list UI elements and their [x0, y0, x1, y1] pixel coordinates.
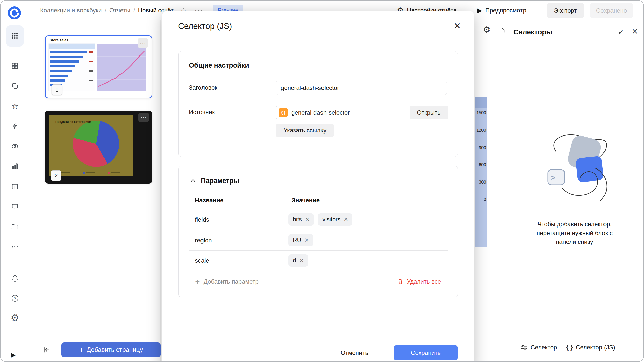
plus-icon: +	[195, 278, 200, 286]
play-icon: ▶	[477, 7, 482, 14]
axis-tick: 300	[475, 180, 486, 185]
source-field[interactable]: { } general-dash-selector	[276, 106, 405, 119]
chip-remove-icon[interactable]: ×	[305, 237, 309, 244]
param-chips: RU ×	[288, 234, 313, 246]
page-thumbnail-2[interactable]: ⋯ Продажи по категориям 2	[45, 111, 152, 184]
plus-icon: +	[79, 346, 84, 354]
add-page-button[interactable]: + Добавить страницу	[61, 342, 161, 357]
params-section: Параметры Название Значение fields hits …	[178, 166, 458, 297]
title-label: Заголовок	[189, 84, 217, 91]
settings-icon[interactable]: ⚙	[8, 311, 22, 325]
background-chart-column: 1500 1200 900 600 300 0	[475, 97, 487, 247]
chip-label: RU	[293, 237, 301, 244]
column-header-value: Значение	[292, 197, 320, 204]
save-button[interactable]: Сохранить	[394, 345, 458, 360]
export-button[interactable]: Экспорт	[547, 3, 584, 18]
chip-remove-icon[interactable]: ×	[300, 257, 304, 264]
braces-icon: { }	[566, 344, 573, 351]
block-label: Селектор	[531, 344, 557, 351]
close-icon[interactable]: ×	[454, 20, 461, 31]
delete-all-label: Удалить все	[407, 278, 441, 285]
panel-title: Селекторы	[513, 28, 552, 36]
apps-grid-icon[interactable]	[6, 25, 24, 47]
param-chip[interactable]: RU ×	[288, 234, 313, 246]
block-selector[interactable]: Селектор	[520, 344, 557, 351]
notifications-icon[interactable]	[8, 271, 22, 285]
empty-state-hint: Чтобы добавить селектор, перетащите нужн…	[532, 220, 617, 246]
pie-chart	[73, 121, 119, 167]
block-selector-js[interactable]: { } Селектор (JS)	[566, 344, 615, 351]
breadcrumb-link-reports[interactable]: Отчеты	[109, 7, 130, 14]
column-header-name: Название	[195, 197, 223, 204]
page-number-badge: 2	[51, 170, 61, 181]
collapse-panel-button[interactable]	[38, 342, 53, 357]
svg-text:?: ?	[14, 296, 16, 301]
selector-title-input[interactable]	[276, 81, 447, 95]
add-page-label: Добавить страницу	[87, 346, 143, 353]
sidebar-item-quick-actions[interactable]	[8, 119, 22, 133]
param-chip[interactable]: hits ×	[288, 213, 314, 226]
datalens-logo-icon[interactable]	[7, 6, 21, 20]
sidebar-item-dashboards[interactable]	[8, 59, 22, 73]
add-param-label: Добавить параметр	[204, 278, 259, 285]
chip-label: visitors	[323, 216, 341, 223]
sidebar-item-more[interactable]	[8, 240, 22, 254]
star-icon: ☆	[11, 102, 19, 110]
preview-label: Предпросмотр	[485, 7, 526, 14]
dialog-title: Селектор (JS)	[178, 21, 232, 31]
svg-text:>_: >_	[551, 173, 560, 182]
sidebar-item-relations[interactable]	[8, 139, 22, 153]
sidebar-item-presentations[interactable]	[8, 200, 22, 214]
axis-tick: 1500	[475, 110, 486, 115]
page-number-badge: 1	[52, 84, 62, 95]
sidebar-item-favorites[interactable]: ☆	[8, 99, 22, 113]
collapse-chevron-icon[interactable]	[190, 177, 196, 185]
selectors-panel: Селекторы ✓ × >_ Чтобы добавить селектор…	[505, 20, 644, 361]
trash-icon	[397, 278, 404, 285]
delete-all-button[interactable]: Удалить все	[397, 276, 441, 287]
open-button[interactable]: Открыть	[410, 106, 448, 119]
widget-settings-gear-icon[interactable]: ⚙	[483, 25, 490, 35]
empty-state-illustration: >_	[532, 127, 617, 211]
apply-check-icon[interactable]: ✓	[618, 28, 624, 36]
general-settings-section: Общие настройки Заголовок Источник { } g…	[178, 51, 458, 157]
breadcrumb-separator: /	[105, 7, 106, 14]
sidebar-item-charts[interactable]	[8, 159, 22, 173]
preview-button[interactable]: ▶ Предпросмотр	[477, 1, 526, 20]
breadcrumb-separator: /	[133, 7, 135, 14]
page-title: Продажи по категориям	[55, 120, 91, 124]
help-icon[interactable]: ?	[8, 291, 22, 305]
thumbnail-menu-button[interactable]: ⋯	[138, 38, 148, 48]
chip-remove-icon[interactable]: ×	[344, 216, 348, 223]
legend-item	[83, 172, 95, 174]
saved-button[interactable]: Сохранено	[590, 3, 633, 18]
cancel-button[interactable]: Отменить	[337, 345, 372, 360]
blocks-toolbar: Селектор { } Селектор (JS)	[520, 344, 615, 351]
param-chips: hits × visitors ×	[288, 213, 352, 226]
chip-remove-icon[interactable]: ×	[305, 216, 309, 223]
param-chip[interactable]: d ×	[288, 254, 308, 267]
section-heading: Общие настройки	[189, 62, 249, 69]
pages-panel: Store sales ⋯	[29, 20, 161, 361]
close-panel-icon[interactable]: ×	[632, 27, 638, 36]
param-name: fields	[195, 216, 209, 223]
thumbnail-menu-button[interactable]: ⋯	[138, 113, 149, 122]
collapse-left-icon	[42, 346, 50, 354]
block-label: Селектор (JS)	[576, 344, 615, 351]
add-param-button[interactable]: + Добавить параметр	[195, 276, 259, 287]
page-thumbnail-1[interactable]: Store sales ⋯	[45, 35, 152, 98]
sidebar-item-files[interactable]	[8, 220, 22, 234]
axis-tick: 1200	[475, 128, 486, 133]
mini-pie-chart-preview: Продажи по категориям	[49, 115, 133, 176]
breadcrumb-link-collections[interactable]: Коллекции и воркбуки	[40, 7, 102, 14]
link-button[interactable]: Указать ссылку	[276, 124, 334, 137]
app-window: ☆ ? ⚙ ▶	[0, 0, 644, 362]
source-value: general-dash-selector	[291, 109, 350, 116]
param-chips: d ×	[288, 254, 308, 267]
sidebar-item-datasets[interactable]	[8, 179, 22, 194]
play-corner-icon[interactable]: ▶	[11, 351, 16, 358]
sidebar-item-collections[interactable]	[8, 79, 22, 93]
param-chip[interactable]: visitors ×	[318, 213, 352, 226]
js-source-icon: { }	[279, 108, 288, 117]
params-heading: Параметры	[201, 177, 239, 185]
